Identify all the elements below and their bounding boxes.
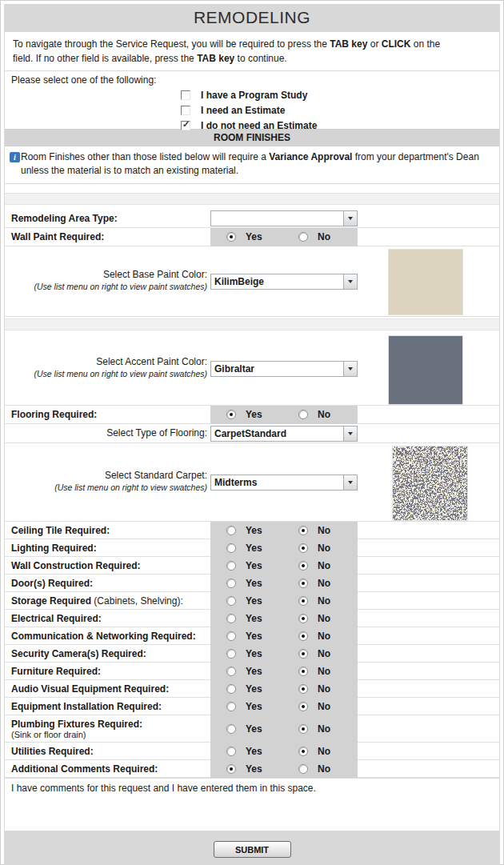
dropdown-arrow-icon[interactable] bbox=[343, 362, 357, 376]
area-type-value bbox=[211, 211, 343, 226]
base-paint-label-block: Select Base Paint Color: (Use list menu … bbox=[5, 269, 207, 294]
flooring-type-row: Select Type of Flooring: CarpetStandard bbox=[5, 424, 499, 443]
area-type-label: Remodeling Area Type: bbox=[11, 213, 118, 224]
equipment-installation-yes-radio[interactable] bbox=[226, 702, 236, 711]
dropdown-arrow-icon[interactable] bbox=[343, 211, 357, 226]
ceiling-tile-yes-radio[interactable] bbox=[226, 526, 236, 535]
electrical-no-radio[interactable] bbox=[298, 614, 308, 623]
doors-yes-radio[interactable] bbox=[226, 579, 236, 588]
dropdown-arrow-icon[interactable] bbox=[343, 274, 357, 289]
instructions-text: To navigate through the Service Request,… bbox=[13, 37, 454, 66]
doors-no-radio[interactable] bbox=[298, 579, 308, 588]
remodeling-area-type-row: Remodeling Area Type: bbox=[5, 209, 499, 228]
base-paint-value: KilimBeige bbox=[211, 274, 343, 289]
flooring-type-value: CarpetStandard bbox=[211, 426, 343, 441]
furniture-no-radio[interactable] bbox=[298, 667, 308, 676]
comments-field[interactable]: I have comments for this request and I h… bbox=[5, 779, 499, 831]
security-cameras-yes-radio[interactable] bbox=[226, 649, 236, 659]
option-need-estimate: I need an Estimate bbox=[181, 102, 493, 118]
additional-comments-yes-radio[interactable] bbox=[226, 764, 236, 774]
wall-paint-row: Wall Paint Required: Yes No bbox=[5, 228, 499, 246]
accent-paint-value: Gibraltar bbox=[211, 362, 343, 376]
electrical-yes-radio[interactable] bbox=[226, 614, 236, 623]
no-estimate-checkbox[interactable] bbox=[181, 121, 190, 130]
form-body: To navigate through the Service Request,… bbox=[4, 31, 500, 831]
accent-paint-section: Select Accent Paint Color: (Use list men… bbox=[5, 332, 499, 406]
program-select-section: Please select one of the following: I ha… bbox=[5, 71, 499, 129]
base-paint-select[interactable]: KilimBeige bbox=[210, 274, 358, 290]
area-type-select[interactable] bbox=[210, 210, 358, 226]
additional-comments-no-radio[interactable] bbox=[298, 764, 308, 774]
base-paint-section: Select Base Paint Color: (Use list menu … bbox=[5, 246, 499, 317]
flooring-row: Flooring Required: Yes No bbox=[5, 406, 499, 424]
program-study-checkbox[interactable] bbox=[181, 90, 190, 100]
wall-paint-no-label: No bbox=[318, 231, 330, 242]
info-icon: i bbox=[10, 152, 20, 162]
carpet-section: Select Standard Carpet: (Use list menu o… bbox=[5, 443, 499, 522]
plumbing-yes-radio[interactable] bbox=[226, 724, 236, 734]
flooring-no-radio[interactable] bbox=[298, 410, 308, 419]
equipment-installation-no-radio[interactable] bbox=[298, 702, 308, 711]
form-footer: SUBMIT bbox=[4, 831, 500, 865]
storage-yes-radio[interactable] bbox=[226, 596, 236, 606]
no-estimate-label: I do not need an Estimate bbox=[201, 120, 317, 131]
carpet-value: Midterms bbox=[211, 475, 343, 490]
need-estimate-checkbox[interactable] bbox=[181, 106, 190, 115]
lighting-no-radio[interactable] bbox=[298, 543, 308, 553]
accent-paint-select[interactable]: Gibraltar bbox=[210, 361, 358, 377]
base-paint-label: Select Base Paint Color: bbox=[103, 269, 207, 280]
furniture-yes-radio[interactable] bbox=[226, 667, 236, 676]
wall-construction-yes-radio[interactable] bbox=[226, 561, 236, 571]
submit-button[interactable]: SUBMIT bbox=[214, 841, 291, 858]
security-cameras-no-radio[interactable] bbox=[298, 649, 308, 659]
lighting-yes-radio[interactable] bbox=[226, 543, 236, 553]
audio-visual-no-radio[interactable] bbox=[298, 684, 308, 694]
storage-no-radio[interactable] bbox=[298, 596, 308, 606]
spacer bbox=[5, 184, 499, 193]
wall-paint-label: Wall Paint Required: bbox=[11, 231, 104, 242]
wall-paint-yes-radio[interactable] bbox=[226, 232, 236, 242]
wall-construction-no-radio[interactable] bbox=[298, 561, 308, 571]
accent-paint-swatch bbox=[388, 335, 463, 405]
program-study-label: I have a Program Study bbox=[201, 90, 307, 101]
flooring-yes-radio[interactable] bbox=[226, 410, 236, 419]
accent-paint-note: (Use list menu on right to view paint sw… bbox=[34, 370, 207, 379]
flooring-type-label: Select Type of Flooring: bbox=[5, 427, 207, 440]
remodeling-form: REMODELING To navigate through the Servi… bbox=[0, 0, 504, 865]
option-program-study: I have a Program Study bbox=[181, 87, 493, 102]
carpet-label-block: Select Standard Carpet: (Use list menu o… bbox=[5, 470, 207, 495]
base-paint-swatch bbox=[388, 249, 463, 315]
carpet-select[interactable]: Midterms bbox=[210, 475, 358, 491]
requirements-block: Ceiling Tile Required: Yes No Lighting R… bbox=[5, 522, 499, 779]
utilities-yes-radio[interactable] bbox=[226, 747, 236, 756]
flooring-yes-label: Yes bbox=[246, 409, 262, 420]
flooring-no-label: No bbox=[318, 409, 330, 420]
flooring-type-select[interactable]: CarpetStandard bbox=[210, 426, 358, 442]
dropdown-arrow-icon[interactable] bbox=[343, 475, 357, 490]
carpet-note: (Use list menu on right to view swatches… bbox=[54, 483, 207, 493]
section-divider bbox=[5, 318, 499, 330]
flooring-label: Flooring Required: bbox=[11, 409, 97, 420]
ceiling-tile-no-radio[interactable] bbox=[298, 526, 308, 535]
need-estimate-label: I need an Estimate bbox=[201, 105, 285, 116]
accent-paint-label: Select Accent Paint Color: bbox=[96, 356, 207, 367]
accent-paint-label-block: Select Accent Paint Color: (Use list men… bbox=[5, 356, 207, 381]
audio-visual-yes-radio[interactable] bbox=[226, 684, 236, 694]
plumbing-no-radio[interactable] bbox=[298, 724, 308, 734]
carpet-swatch bbox=[392, 446, 468, 521]
wall-paint-no-radio[interactable] bbox=[298, 232, 308, 242]
base-paint-note: (Use list menu on right to view paint sw… bbox=[34, 282, 207, 292]
section-divider bbox=[5, 193, 499, 205]
variance-notice: i Room Finishes other than those listed … bbox=[5, 146, 499, 184]
option-no-estimate: I do not need an Estimate bbox=[181, 118, 493, 133]
utilities-no-radio[interactable] bbox=[298, 747, 308, 756]
program-select-prompt: Please select one of the following: bbox=[11, 74, 493, 86]
dropdown-arrow-icon[interactable] bbox=[343, 426, 357, 441]
communication-yes-radio[interactable] bbox=[226, 631, 236, 641]
communication-no-radio[interactable] bbox=[298, 631, 308, 641]
navigation-instructions: To navigate through the Service Request,… bbox=[5, 32, 499, 71]
page-title: REMODELING bbox=[4, 4, 500, 31]
carpet-label: Select Standard Carpet: bbox=[105, 470, 207, 481]
wall-paint-yes-label: Yes bbox=[246, 231, 262, 242]
